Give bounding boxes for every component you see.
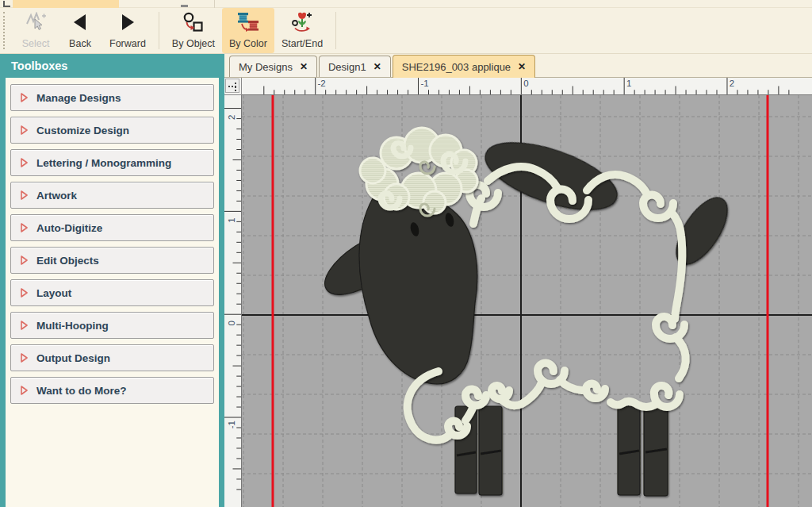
- select-cursor-icon: [25, 12, 47, 36]
- svg-text:0: 0: [227, 321, 236, 325]
- expand-triangle-icon: [20, 321, 28, 330]
- sidebar-title: Toolboxes: [0, 54, 224, 78]
- expand-triangle-icon: [20, 353, 28, 363]
- horizontal-ruler: -2-1012: [242, 78, 812, 95]
- sidebar-item-layout[interactable]: Layout: [10, 279, 214, 306]
- tab-close-icon[interactable]: ✕: [518, 61, 526, 72]
- tab-label: Design1: [328, 61, 366, 73]
- start-end-button[interactable]: Start/End: [274, 8, 330, 53]
- svg-text:-1: -1: [420, 79, 428, 88]
- sheep-applique-design[interactable]: [316, 128, 737, 496]
- expand-triangle-icon: [20, 190, 28, 200]
- start-end-button-label: Start/End: [282, 38, 323, 49]
- ribbon-glyph-fragment: [181, 5, 188, 7]
- svg-text:1: 1: [626, 79, 631, 88]
- select-button[interactable]: Select: [13, 8, 58, 53]
- expand-triangle-icon: [20, 386, 28, 395]
- ribbon-strip-remnant: [0, 0, 812, 8]
- svg-text:2: 2: [730, 79, 734, 88]
- by-color-button-label: By Color: [229, 38, 267, 49]
- tab-she2196-003-applique[interactable]: SHE2196_003 applique ✕: [393, 55, 535, 78]
- tab-close-icon[interactable]: ✕: [373, 61, 381, 72]
- expand-triangle-icon: [20, 93, 28, 102]
- expand-triangle-icon: [20, 255, 28, 265]
- back-arrow-icon: [69, 12, 91, 36]
- by-object-icon: [182, 12, 205, 36]
- svg-text:-1: -1: [227, 421, 236, 428]
- sidebar-item-want-to-do-more[interactable]: Want to do More?: [10, 377, 214, 404]
- forward-arrow-icon: [117, 12, 139, 36]
- ribbon-icon-fragment: [3, 1, 10, 7]
- sidebar-item-label: Edit Objects: [36, 255, 99, 267]
- toolbar-separator: [159, 12, 159, 49]
- embroidery-app-window: { "theme": { "accent_orange": "#fbdda4",…: [0, 0, 812, 507]
- sidebar-item-output-design[interactable]: Output Design: [10, 344, 214, 371]
- by-color-button[interactable]: By Color: [222, 8, 274, 53]
- svg-text:-2: -2: [318, 79, 326, 88]
- active-ribbon-tab-fragment[interactable]: [13, 0, 119, 8]
- svg-text:0: 0: [523, 79, 528, 88]
- main-toolbar: Select Back Forward B: [0, 8, 812, 54]
- expand-triangle-icon: [20, 158, 28, 167]
- tab-label: SHE2196_003 applique: [402, 61, 511, 73]
- sidebar-item-label: Lettering / Monogramming: [36, 157, 171, 169]
- sidebar-item-label: Layout: [36, 287, 71, 299]
- sidebar-item-edit-objects[interactable]: Edit Objects: [10, 247, 214, 274]
- tab-my-designs[interactable]: My Designs ✕: [229, 56, 317, 77]
- sidebar-item-artwork[interactable]: Artwork: [10, 182, 214, 209]
- sidebar-item-lettering-monogramming[interactable]: Lettering / Monogramming: [10, 149, 214, 176]
- by-object-button[interactable]: By Object: [165, 8, 222, 53]
- tab-label: My Designs: [239, 61, 293, 73]
- tab-close-icon[interactable]: ✕: [300, 61, 308, 72]
- sidebar-item-label: Output Design: [36, 352, 110, 364]
- sidebar-panel: Manage Designs Customize Design Letterin…: [6, 78, 219, 507]
- toolbar-separator: [335, 12, 336, 49]
- ruler-corner: [224, 78, 242, 95]
- ribbon-separator: [214, 0, 215, 8]
- sidebar-item-label: Want to do More?: [36, 385, 126, 397]
- toolbar-drag-handle[interactable]: [3, 12, 7, 49]
- by-color-icon: [237, 12, 259, 36]
- sidebar-item-multi-hooping[interactable]: Multi-Hooping: [10, 312, 214, 339]
- sidebar-item-label: Customize Design: [36, 125, 129, 136]
- vertical-ruler: 210-1: [224, 95, 242, 507]
- document-tabbar: My Designs ✕ Design1 ✕ SHE2196_003 appli…: [224, 54, 812, 78]
- svg-text:1: 1: [227, 217, 236, 222]
- forward-button-label: Forward: [109, 38, 146, 49]
- sidebar-item-label: Auto-Digitize: [36, 222, 102, 234]
- tab-design1[interactable]: Design1 ✕: [319, 56, 391, 77]
- toolboxes-sidebar: Toolboxes Manage Designs Customize Desig…: [0, 54, 224, 507]
- design-canvas[interactable]: [242, 95, 812, 507]
- back-button-label: Back: [69, 38, 91, 49]
- expand-triangle-icon: [20, 125, 28, 135]
- sidebar-item-customize-design[interactable]: Customize Design: [10, 117, 214, 144]
- sidebar-item-label: Artwork: [36, 190, 77, 202]
- expand-triangle-icon: [20, 223, 28, 232]
- back-button[interactable]: Back: [58, 8, 102, 53]
- forward-button[interactable]: Forward: [102, 8, 153, 53]
- by-object-button-label: By Object: [172, 38, 215, 49]
- expand-triangle-icon: [20, 288, 28, 298]
- select-button-label: Select: [22, 38, 50, 49]
- sidebar-item-auto-digitize[interactable]: Auto-Digitize: [10, 214, 214, 241]
- sidebar-item-manage-designs[interactable]: Manage Designs: [10, 84, 214, 111]
- svg-text:2: 2: [227, 115, 236, 120]
- start-end-icon: [291, 12, 313, 36]
- sidebar-item-label: Multi-Hooping: [36, 320, 109, 332]
- sidebar-item-label: Manage Designs: [36, 92, 121, 104]
- ruler-origin-button[interactable]: [225, 79, 239, 93]
